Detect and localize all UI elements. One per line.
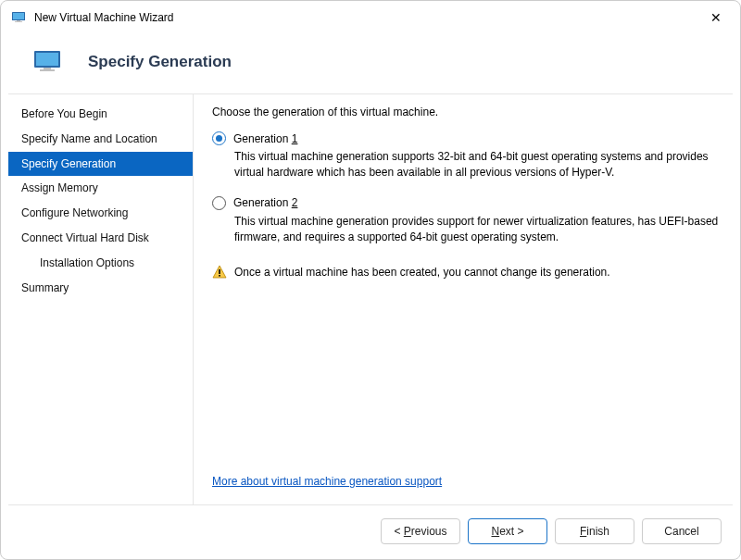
svg-rect-7 bbox=[40, 69, 55, 71]
finish-button[interactable]: Finish bbox=[555, 518, 634, 544]
sidebar-item-summary[interactable]: Summary bbox=[8, 276, 193, 301]
wizard-body: Before You Begin Specify Name and Locati… bbox=[8, 93, 733, 505]
cancel-button[interactable]: Cancel bbox=[642, 518, 722, 544]
svg-rect-6 bbox=[44, 68, 51, 69]
titlebar: New Virtual Machine Wizard ✕ bbox=[1, 1, 740, 34]
wizard-footer: < Previous Next > Finish Cancel bbox=[1, 505, 740, 559]
warning-row: Once a virtual machine has been created,… bbox=[212, 265, 723, 280]
generation-2-description: This virtual machine generation provides… bbox=[234, 214, 723, 246]
sidebar-item-assign-memory[interactable]: Assign Memory bbox=[8, 176, 193, 201]
warning-icon bbox=[212, 265, 227, 280]
window-title: New Virtual Machine Wizard bbox=[34, 11, 703, 24]
radio-unchecked-icon[interactable] bbox=[212, 196, 226, 210]
svg-rect-3 bbox=[15, 21, 22, 22]
sidebar-item-installation-options[interactable]: Installation Options bbox=[8, 251, 193, 276]
wizard-steps-sidebar: Before You Begin Specify Name and Locati… bbox=[8, 94, 194, 504]
sidebar-item-before-you-begin[interactable]: Before You Begin bbox=[8, 102, 193, 127]
sidebar-item-connect-virtual-hard-disk[interactable]: Connect Virtual Hard Disk bbox=[8, 226, 193, 251]
sidebar-item-specify-generation[interactable]: Specify Generation bbox=[8, 152, 193, 177]
generation-1-radio-row[interactable]: Generation 1 bbox=[212, 131, 723, 145]
warning-text: Once a virtual machine has been created,… bbox=[234, 265, 610, 280]
generation-2-label: Generation 2 bbox=[233, 196, 297, 209]
generation-1-option: Generation 1 This virtual machine genera… bbox=[212, 131, 723, 181]
generation-2-radio-row[interactable]: Generation 2 bbox=[212, 196, 723, 210]
generation-1-description: This virtual machine generation supports… bbox=[234, 149, 723, 181]
next-button[interactable]: Next > bbox=[468, 518, 547, 544]
generation-2-option: Generation 2 This virtual machine genera… bbox=[212, 196, 723, 246]
radio-checked-icon[interactable] bbox=[212, 131, 226, 145]
close-button[interactable]: ✕ bbox=[703, 6, 729, 29]
previous-button[interactable]: < Previous bbox=[381, 518, 460, 544]
sidebar-item-specify-name-and-location[interactable]: Specify Name and Location bbox=[8, 127, 193, 152]
generation-1-label: Generation 1 bbox=[233, 132, 297, 145]
app-monitor-icon bbox=[12, 10, 27, 25]
svg-rect-1 bbox=[13, 13, 24, 19]
more-info-link[interactable]: More about virtual machine generation su… bbox=[212, 475, 723, 488]
intro-text: Choose the generation of this virtual ma… bbox=[212, 106, 723, 118]
svg-rect-2 bbox=[17, 20, 20, 21]
svg-rect-10 bbox=[219, 275, 220, 277]
page-header: Specify Generation bbox=[1, 34, 740, 93]
page-title: Specify Generation bbox=[88, 53, 232, 71]
sidebar-item-configure-networking[interactable]: Configure Networking bbox=[8, 201, 193, 226]
svg-rect-9 bbox=[219, 269, 220, 274]
header-monitor-icon bbox=[34, 51, 64, 73]
svg-rect-5 bbox=[36, 53, 58, 66]
wizard-content: Choose the generation of this virtual ma… bbox=[194, 94, 733, 504]
